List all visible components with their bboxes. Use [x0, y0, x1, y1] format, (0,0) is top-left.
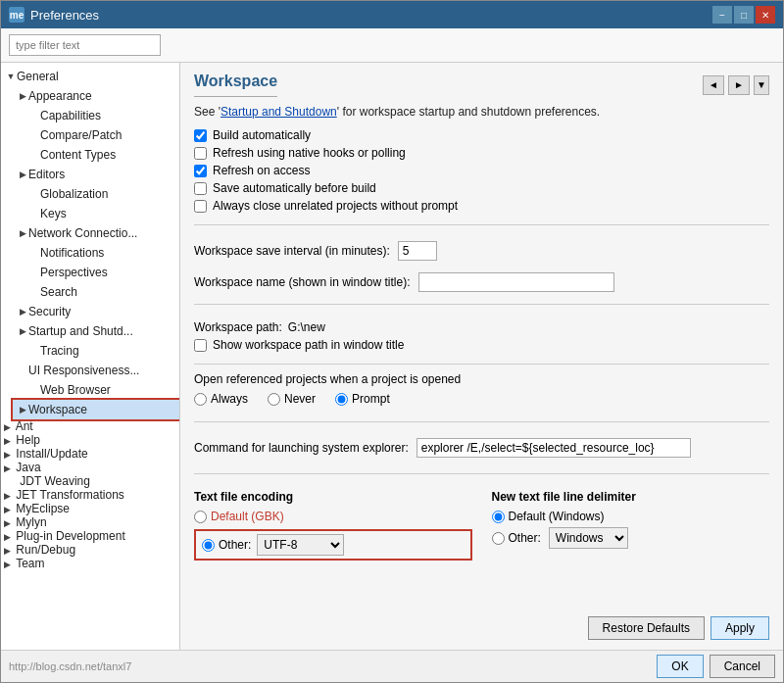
radio-encoding-other-input[interactable]: [202, 539, 215, 552]
sidebar-item-team[interactable]: ▶ Team: [1, 557, 179, 570]
checkbox-build-auto-label: Build automatically: [213, 128, 311, 142]
sidebar-item-myeclipse[interactable]: ▶ MyEclipse: [1, 502, 179, 515]
sidebar-item-capabilities[interactable]: Capabilities: [13, 106, 179, 125]
checkbox-refresh-native-label: Refresh using native hooks or polling: [213, 146, 406, 160]
sidebar-item-perspectives[interactable]: Perspectives: [13, 263, 179, 282]
sidebar-label-globalization: Globalization: [40, 187, 108, 201]
sidebar-item-run-debug[interactable]: ▶ Run/Debug: [1, 543, 179, 557]
sidebar-label-run-debug: Run/Debug: [16, 543, 75, 557]
forward-button[interactable]: ►: [728, 75, 750, 95]
minimize-button[interactable]: −: [712, 6, 732, 24]
radio-never-input[interactable]: [268, 393, 280, 406]
delimiter-other-select[interactable]: Windows Unix Mac OS X: [549, 527, 628, 549]
general-children: ▶ Appearance Capabilities Compare/Patch: [1, 86, 179, 419]
main-content: ▼ General ▶ Appearance Capabil: [1, 28, 783, 682]
radio-delimiter-other-label: Other:: [509, 531, 541, 545]
bottom-bar: http://blog.csdn.net/tanxl7 OK Cancel: [1, 650, 783, 682]
maximize-button[interactable]: □: [734, 6, 754, 24]
main-area: ▼ General ▶ Appearance Capabil: [1, 63, 783, 650]
radio-encoding-default-input[interactable]: [194, 511, 207, 523]
checkbox-save-auto-input[interactable]: [194, 182, 207, 195]
delimiter-radio-group: Default (Windows) Other: Windows Unix Ma…: [492, 510, 770, 549]
expand-icon-install: ▶: [1, 450, 13, 460]
radio-encoding-default: Default (GBK): [194, 510, 472, 523]
sidebar-item-appearance[interactable]: ▶ Appearance: [13, 86, 179, 106]
text-encoding-title: Text file encoding: [194, 490, 472, 504]
sidebar-item-ant[interactable]: ▶ Ant: [1, 419, 179, 433]
close-button[interactable]: ✕: [756, 6, 775, 24]
sidebar-item-network[interactable]: ▶ Network Connectio...: [13, 223, 179, 243]
titlebar: me Preferences − □ ✕: [1, 1, 783, 28]
sidebar-item-web-browser[interactable]: Web Browser: [13, 380, 179, 400]
workspace-name-input[interactable]: [418, 272, 614, 292]
sidebar-item-java[interactable]: ▶ Java: [1, 461, 179, 474]
restore-defaults-button[interactable]: Restore Defaults: [588, 616, 705, 640]
sidebar-item-workspace[interactable]: ▶ Workspace: [13, 400, 179, 419]
sidebar-item-notifications[interactable]: Notifications: [13, 243, 179, 263]
checkbox-refresh-native-input[interactable]: [194, 147, 207, 160]
sidebar-item-jdt[interactable]: JDT Weaving: [1, 474, 179, 488]
description: See 'Startup and Shutdown' for workspace…: [194, 105, 769, 119]
sidebar-item-compare-patch[interactable]: Compare/Patch: [13, 125, 179, 145]
expand-icon-startup: ▶: [17, 326, 28, 336]
back-button[interactable]: ◄: [703, 75, 724, 95]
nav-buttons: ◄ ► ▼: [703, 75, 769, 95]
search-input[interactable]: [9, 34, 161, 56]
radio-prompt-input[interactable]: [335, 393, 348, 406]
checkbox-show-path-input[interactable]: [194, 339, 207, 352]
watermark-text: http://blog.csdn.net/tanxl7: [9, 660, 131, 672]
tree-node-general: ▼ General ▶ Appearance Capabil: [1, 67, 179, 419]
checkbox-refresh-access-input[interactable]: [194, 165, 207, 177]
startup-link[interactable]: Startup and Shutdown: [220, 105, 337, 119]
sidebar-item-install[interactable]: ▶ Install/Update: [1, 447, 179, 461]
sidebar-item-search[interactable]: Search: [13, 282, 179, 302]
cancel-button[interactable]: Cancel: [710, 655, 775, 678]
radio-always-input[interactable]: [194, 393, 207, 406]
sidebar-item-keys[interactable]: Keys: [13, 204, 179, 223]
nav-dropdown-button[interactable]: ▼: [754, 75, 769, 95]
radio-encoding-other-label: Other:: [219, 538, 251, 552]
checkbox-build-auto-input[interactable]: [194, 129, 207, 142]
show-path-row: Show workspace path in window title: [194, 338, 769, 352]
panel-scroll: See 'Startup and Shutdown' for workspace…: [194, 105, 769, 650]
save-interval-input[interactable]: [398, 241, 437, 261]
sidebar-item-mylyn[interactable]: ▶ Mylyn: [1, 515, 179, 529]
sidebar-label-ui: UI Responsiveness...: [28, 364, 139, 377]
sidebar-label-network: Network Connectio...: [28, 226, 137, 240]
workspace-name-row: Workspace name (shown in window title):: [194, 272, 769, 292]
sidebar-item-ui[interactable]: UI Responsiveness...: [13, 361, 179, 380]
divider-5: [194, 473, 769, 474]
checkbox-save-auto: Save automatically before build: [194, 181, 769, 195]
encoding-other-select[interactable]: UTF-8 UTF-16 ISO-8859-1: [257, 534, 344, 556]
explorer-row: Command for launching system explorer:: [194, 438, 769, 458]
sidebar-item-globalization[interactable]: Globalization: [13, 184, 179, 204]
apply-button[interactable]: Apply: [710, 616, 769, 640]
explorer-input[interactable]: [416, 438, 691, 458]
radio-delimiter-default-label: Default (Windows): [509, 510, 605, 523]
radio-delimiter-other-input[interactable]: [492, 532, 505, 545]
sidebar-label-appearance: Appearance: [28, 89, 92, 103]
checkbox-refresh-access: Refresh on access: [194, 164, 769, 177]
divider-1: [194, 224, 769, 225]
sidebar-item-content-types[interactable]: Content Types: [13, 145, 179, 165]
sidebar-item-plugin[interactable]: ▶ Plug-in Development: [1, 529, 179, 543]
sidebar-item-editors[interactable]: ▶ Editors: [13, 165, 179, 184]
sidebar-item-startup[interactable]: ▶ Startup and Shutd...: [13, 321, 179, 341]
sidebar-item-general[interactable]: ▼ General: [1, 67, 179, 86]
sidebar-item-tracing[interactable]: Tracing: [13, 341, 179, 361]
radio-delimiter-default-input[interactable]: [492, 511, 505, 523]
sidebar-label-search: Search: [40, 285, 77, 299]
checkbox-close-unrelated-input[interactable]: [194, 200, 207, 213]
radio-delimiter-other: Other: Windows Unix Mac OS X: [492, 527, 770, 549]
save-interval-label: Workspace save interval (in minutes):: [194, 244, 390, 258]
sidebar-item-jet[interactable]: ▶ JET Transformations: [1, 488, 179, 502]
checkbox-refresh-native: Refresh using native hooks or polling: [194, 146, 769, 160]
sidebar-item-help[interactable]: ▶ Help: [1, 433, 179, 447]
open-projects-radio-group: Always Never Prompt: [194, 392, 769, 406]
radio-always-label: Always: [211, 392, 248, 406]
sidebar-item-security[interactable]: ▶ Security: [13, 302, 179, 321]
panel-header: Workspace ◄ ► ▼: [194, 73, 769, 105]
sidebar-label-java: Java: [16, 461, 40, 474]
expand-icon-plugin: ▶: [1, 532, 13, 542]
ok-button[interactable]: OK: [657, 655, 703, 678]
